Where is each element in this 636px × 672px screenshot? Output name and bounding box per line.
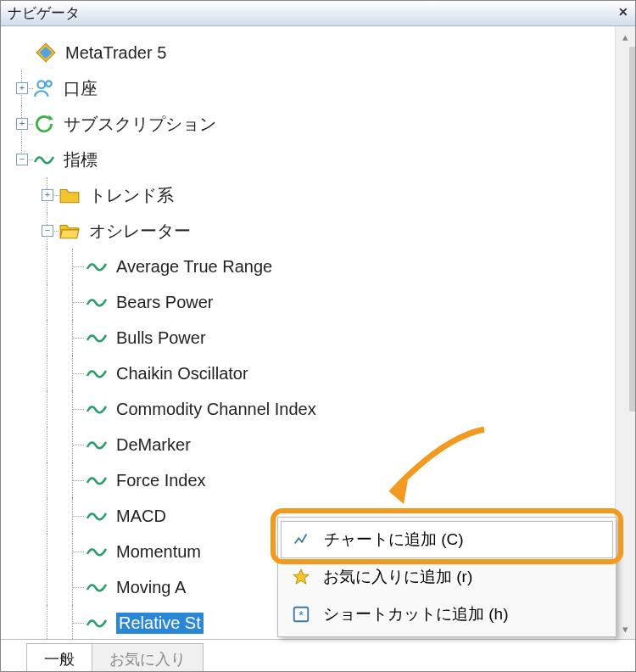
tree-oscillator-item[interactable]: Bulls Power <box>9 320 615 356</box>
indicator-icon <box>86 505 108 527</box>
tree-subscription[interactable]: + サブスクリプション <box>9 106 615 142</box>
tree-indicators[interactable]: − 指標 <box>9 142 615 177</box>
menu-label: お気に入りに追加 (r) <box>323 566 472 588</box>
tree-label: 口座 <box>64 77 98 100</box>
tree-label: Bears Power <box>116 293 214 312</box>
tree-label: Commodity Channel Index <box>116 400 316 419</box>
indicator-icon <box>86 362 108 384</box>
expander-plus[interactable]: + <box>16 82 28 94</box>
tree-label: オシレーター <box>89 220 191 243</box>
indicator-icon <box>86 327 108 349</box>
indicator-icon <box>86 576 108 598</box>
tree-label: トレンド系 <box>89 184 174 207</box>
expander-minus[interactable]: − <box>16 154 28 165</box>
svg-marker-5 <box>293 569 309 584</box>
context-menu: チャートに追加 (C) お気に入りに追加 (r) * ショートカットに追加 (h… <box>277 517 616 637</box>
tree-label: Chaikin Oscillator <box>116 364 248 384</box>
folder-icon <box>59 184 81 206</box>
tree-label: Momentum <box>116 542 201 562</box>
tree-label: MACD <box>116 507 166 526</box>
menu-add-to-chart[interactable]: チャートに追加 (C) <box>281 521 613 558</box>
indicator-icon <box>86 291 108 313</box>
scroll-up-button[interactable]: ▴ <box>616 26 636 47</box>
indicator-icon <box>86 469 108 491</box>
tree-trend-folder[interactable]: + トレンド系 <box>9 177 615 213</box>
chart-line-icon <box>290 530 314 549</box>
accounts-icon <box>33 77 55 99</box>
refresh-icon <box>33 113 55 135</box>
scroll-down-button[interactable]: ▾ <box>616 619 636 639</box>
tree-oscillators-folder[interactable]: − オシレーター <box>9 213 615 249</box>
expander-plus[interactable]: + <box>16 118 28 130</box>
indicator-icon <box>86 540 108 563</box>
svg-point-2 <box>37 81 45 88</box>
vertical-scrollbar[interactable]: ▴ ▾ <box>615 26 635 639</box>
mt5-icon <box>35 42 57 64</box>
expander-plus[interactable]: + <box>42 189 53 201</box>
tab-general[interactable]: 一般 <box>26 643 92 672</box>
svg-point-3 <box>46 81 51 87</box>
menu-add-shortcut[interactable]: * ショートカットに追加 (h) <box>281 596 613 633</box>
tree-oscillator-item[interactable]: Force Index <box>9 462 615 498</box>
svg-marker-4 <box>48 115 53 120</box>
tree-oscillator-item[interactable]: Commodity Channel Index <box>9 391 615 427</box>
indicator-icon <box>86 398 108 420</box>
tree-oscillator-item[interactable]: Chaikin Oscillator <box>9 356 615 391</box>
tree-label: Bulls Power <box>116 328 206 348</box>
close-button[interactable]: ✕ <box>615 5 632 22</box>
tree-label: DeMarker <box>116 435 191 455</box>
menu-add-to-favorites[interactable]: お気に入りに追加 (r) <box>281 558 613 596</box>
tree-label: 指標 <box>64 148 98 171</box>
tree-label: Force Index <box>116 471 206 490</box>
expander-minus[interactable]: − <box>42 225 53 237</box>
svg-text:*: * <box>298 608 304 622</box>
tree-oscillator-item[interactable]: Average True Range <box>9 249 615 284</box>
titlebar: ナビゲータ ✕ <box>1 1 635 26</box>
tab-favorites[interactable]: お気に入り <box>92 643 204 672</box>
star-icon <box>289 568 313 586</box>
indicator-icon <box>86 434 108 456</box>
folder-open-icon <box>59 220 81 242</box>
indicator-icon <box>86 255 108 277</box>
tree-oscillator-item[interactable]: DeMarker <box>9 427 615 462</box>
tree-root[interactable]: MetaTrader 5 <box>9 35 615 70</box>
indicator-icon <box>86 612 108 634</box>
indicator-icon <box>33 148 55 171</box>
tree-label: サブスクリプション <box>64 113 216 136</box>
tree-accounts[interactable]: + 口座 <box>9 70 615 106</box>
menu-label: チャートに追加 (C) <box>324 529 464 551</box>
tree-label: MetaTrader 5 <box>65 43 166 63</box>
window-title: ナビゲータ <box>8 3 615 23</box>
asterisk-icon: * <box>289 605 313 624</box>
tree-oscillator-item[interactable]: Bears Power <box>9 284 615 320</box>
tree-label: Moving A <box>116 578 186 597</box>
menu-label: ショートカットに追加 (h) <box>323 603 509 625</box>
tree-label: Average True Range <box>116 257 272 277</box>
scroll-thumb[interactable] <box>629 47 637 412</box>
tree-label: Relative St <box>116 613 204 634</box>
tab-bar: 一般 お気に入り <box>1 639 635 671</box>
